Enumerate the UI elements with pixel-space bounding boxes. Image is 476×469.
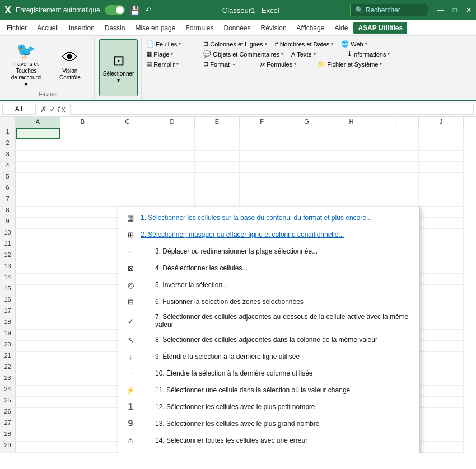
cell-A27[interactable] bbox=[16, 419, 60, 430]
cell-J20[interactable] bbox=[419, 341, 464, 352]
menu-fichier[interactable]: Fichier bbox=[2, 22, 31, 34]
dropdown-item-9[interactable]: ↓9. Étendre la sélection à la dernière l… bbox=[118, 348, 419, 365]
dropdown-item-8[interactable]: ↖8. Sélectionner des cellules adjacentes… bbox=[118, 331, 419, 348]
cell-G4[interactable] bbox=[284, 162, 329, 173]
cell-A15[interactable] bbox=[16, 285, 60, 296]
cell-J19[interactable] bbox=[419, 330, 464, 341]
cell-F4[interactable] bbox=[240, 162, 284, 173]
cell-J16[interactable] bbox=[419, 296, 464, 307]
btn-informations[interactable]: ℹ Informations ▾ bbox=[345, 49, 401, 59]
cell-H5[interactable] bbox=[329, 173, 374, 184]
cell-J25[interactable] bbox=[419, 397, 464, 408]
formula-input[interactable] bbox=[70, 104, 474, 115]
cell-J15[interactable] bbox=[419, 285, 464, 296]
cell-G2[interactable] bbox=[284, 139, 329, 151]
cell-J27[interactable] bbox=[419, 419, 464, 430]
cell-H2[interactable] bbox=[329, 139, 374, 151]
autosave-toggle[interactable] bbox=[105, 5, 125, 15]
cell-A14[interactable] bbox=[16, 274, 60, 285]
col-B[interactable]: B bbox=[60, 117, 105, 128]
row-number-4[interactable]: 4 bbox=[0, 162, 16, 173]
cell-D6[interactable] bbox=[150, 184, 195, 195]
col-F[interactable]: F bbox=[240, 117, 284, 128]
cell-F3[interactable] bbox=[240, 151, 284, 162]
col-I[interactable]: I bbox=[374, 117, 419, 128]
cell-J22[interactable] bbox=[419, 363, 464, 374]
cell-A8[interactable] bbox=[16, 207, 60, 218]
row-number-8[interactable]: 8 bbox=[0, 207, 16, 218]
cell-E2[interactable] bbox=[195, 139, 240, 151]
cell-H6[interactable] bbox=[329, 184, 374, 195]
row-number-23[interactable]: 23 bbox=[0, 374, 16, 386]
btn-favoris[interactable]: 🐦 Favoris et Touchesde raccourci ▾ bbox=[6, 39, 47, 90]
row-number-15[interactable]: 15 bbox=[0, 285, 16, 296]
row-number-24[interactable]: 24 bbox=[0, 386, 16, 397]
cell-E7[interactable] bbox=[195, 195, 240, 207]
cell-A13[interactable] bbox=[16, 262, 60, 274]
col-D[interactable]: D bbox=[150, 117, 195, 128]
cell-J12[interactable] bbox=[419, 251, 464, 262]
menu-dessin[interactable]: Dessin bbox=[100, 22, 130, 34]
row-number-5[interactable]: 5 bbox=[0, 173, 16, 184]
row-number-2[interactable]: 2 bbox=[0, 139, 16, 151]
window-maximize[interactable]: □ bbox=[453, 6, 457, 14]
cell-F2[interactable] bbox=[240, 139, 284, 151]
dropdown-item-11[interactable]: ⚡11. Sélectionner une cellule dans la sé… bbox=[118, 382, 419, 398]
btn-format[interactable]: ⊟ Format ~ bbox=[200, 59, 256, 69]
cell-B9[interactable] bbox=[60, 218, 105, 229]
cell-F6[interactable] bbox=[240, 184, 284, 195]
cell-J14[interactable] bbox=[419, 274, 464, 285]
row-number-20[interactable]: 20 bbox=[0, 341, 16, 352]
dropdown-item-6[interactable]: ⊟6. Fusionner la sélection des zones sél… bbox=[118, 293, 419, 310]
cell-A17[interactable] bbox=[16, 307, 60, 318]
cell-I6[interactable] bbox=[374, 184, 419, 195]
cell-H7[interactable] bbox=[329, 195, 374, 207]
cell-B14[interactable] bbox=[60, 274, 105, 285]
cell-C3[interactable] bbox=[105, 151, 150, 162]
cell-A2[interactable] bbox=[16, 139, 60, 151]
btn-web[interactable]: 🌐 Web ▾ bbox=[338, 39, 394, 49]
cell-B24[interactable] bbox=[60, 386, 105, 397]
cell-C1[interactable] bbox=[105, 128, 150, 139]
cell-G6[interactable] bbox=[284, 184, 329, 195]
row-number-19[interactable]: 19 bbox=[0, 330, 16, 341]
row-number-21[interactable]: 21 bbox=[0, 352, 16, 363]
cell-I1[interactable] bbox=[374, 128, 419, 139]
cell-C6[interactable] bbox=[105, 184, 150, 195]
dropdown-item-12[interactable]: 112. Sélectionner les cellules avec le p… bbox=[118, 398, 419, 415]
cell-J18[interactable] bbox=[419, 318, 464, 330]
cell-J2[interactable] bbox=[419, 139, 464, 151]
row-number-13[interactable]: 13 bbox=[0, 262, 16, 274]
cell-I7[interactable] bbox=[374, 195, 419, 207]
cell-G1[interactable] bbox=[284, 128, 329, 139]
cell-B25[interactable] bbox=[60, 397, 105, 408]
cell-D1[interactable] bbox=[150, 128, 195, 139]
btn-vision[interactable]: 👁 VisionContrôle bbox=[49, 39, 91, 90]
cell-C4[interactable] bbox=[105, 162, 150, 173]
cell-H4[interactable] bbox=[329, 162, 374, 173]
cell-B10[interactable] bbox=[60, 229, 105, 240]
window-close[interactable]: ✕ bbox=[466, 6, 472, 14]
dropdown-item-14[interactable]: ⚠14. Sélectionner toutes les cellules av… bbox=[118, 432, 419, 449]
cell-I3[interactable] bbox=[374, 151, 419, 162]
cell-B1[interactable] bbox=[60, 128, 105, 139]
cell-B7[interactable] bbox=[60, 195, 105, 207]
cell-A10[interactable] bbox=[16, 229, 60, 240]
dropdown-item-13[interactable]: 913. Sélectionner les cellules avec le p… bbox=[118, 415, 419, 432]
cell-F7[interactable] bbox=[240, 195, 284, 207]
btn-texte[interactable]: A Texte ▾ bbox=[288, 49, 344, 59]
cell-B12[interactable] bbox=[60, 251, 105, 262]
cell-B27[interactable] bbox=[60, 419, 105, 430]
cell-H1[interactable] bbox=[329, 128, 374, 139]
cell-F1[interactable] bbox=[240, 128, 284, 139]
menu-formules[interactable]: Formules bbox=[181, 22, 218, 34]
cell-J24[interactable] bbox=[419, 386, 464, 397]
dropdown-item-1[interactable]: ▦1. Sélectionner les cellules sur la bas… bbox=[118, 209, 419, 226]
row-number-14[interactable]: 14 bbox=[0, 274, 16, 285]
cell-D3[interactable] bbox=[150, 151, 195, 162]
row-number-10[interactable]: 10 bbox=[0, 229, 16, 240]
row-number-17[interactable]: 17 bbox=[0, 307, 16, 318]
menu-accueil[interactable]: Accueil bbox=[32, 22, 63, 34]
dropdown-item-3[interactable]: ↔3. Déplacer ou redimensionner la plage … bbox=[118, 243, 419, 260]
cell-B29[interactable] bbox=[60, 442, 105, 453]
